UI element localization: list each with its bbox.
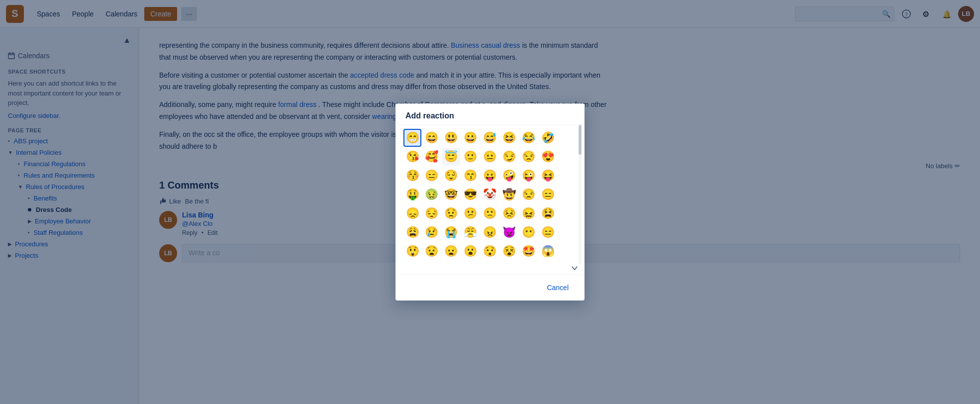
emoji-triumph[interactable]: 😤 <box>462 223 480 241</box>
emoji-smirk[interactable]: 😏 <box>500 148 518 166</box>
emoji-winking-tongue[interactable]: 😜 <box>519 167 537 185</box>
emoji-cowboy[interactable]: 🤠 <box>500 186 518 203</box>
emoji-imp[interactable]: 👿 <box>500 223 518 241</box>
emoji-disappointed[interactable]: 😞 <box>403 204 421 222</box>
emoji-grid-area: 😁 😄 😃 😀 😅 😆 😂 🤣 😘 🥰 😇 🙂 😐 😏 😒 😍 <box>395 125 585 264</box>
emoji-relieved[interactable]: 😌 <box>442 167 460 185</box>
emoji-neutral[interactable]: 😐 <box>481 148 499 166</box>
emoji-joy[interactable]: 😂 <box>519 129 537 147</box>
emoji-clown[interactable]: 🤡 <box>481 186 499 203</box>
emoji-kissing-smiling[interactable]: 😙 <box>462 167 480 185</box>
emoji-scream[interactable]: 😱 <box>539 242 557 260</box>
emoji-smiley[interactable]: 😃 <box>442 129 460 147</box>
emoji-confounded[interactable]: 😖 <box>519 204 537 222</box>
emoji-worried[interactable]: 😟 <box>442 204 460 222</box>
emoji-slight-smile[interactable]: 🙂 <box>462 148 480 166</box>
emoji-expressionless[interactable]: 😑 <box>423 167 441 185</box>
emoji-persevering[interactable]: 😣 <box>500 204 518 222</box>
emoji-slightly-frowning[interactable]: 🙁 <box>481 204 499 222</box>
emoji-heart-eyes[interactable]: 😍 <box>539 148 557 166</box>
emoji-smile[interactable]: 😀 <box>462 129 480 147</box>
emoji-laughing[interactable]: 😆 <box>500 129 518 147</box>
emoji-grinning[interactable]: 😄 <box>423 129 441 147</box>
emoji-rofl[interactable]: 🤣 <box>539 129 557 147</box>
emoji-unamused2[interactable]: 😒 <box>519 186 537 203</box>
chevron-down-icon <box>571 264 579 272</box>
scroll-down-indicator <box>395 264 585 274</box>
emoji-smiling-hearts[interactable]: 🥰 <box>423 148 441 166</box>
emoji-expressionless2[interactable]: 😑 <box>539 186 557 203</box>
emoji-nauseated[interactable]: 🤢 <box>423 186 441 203</box>
emoji-tired[interactable]: 😫 <box>539 204 557 222</box>
emoji-zany[interactable]: 🤪 <box>500 167 518 185</box>
modal-title: Add reaction <box>395 103 585 125</box>
emoji-stuck-out-tongue[interactable]: 😛 <box>481 167 499 185</box>
modal-overlay: Add reaction 😁 😄 😃 😀 😅 😆 😂 🤣 😘 🥰 😇 🙂 😐 <box>0 0 980 404</box>
scrollbar-thumb[interactable] <box>579 125 582 155</box>
emoji-open-mouth[interactable]: 😮 <box>462 242 480 260</box>
scrollbar-track[interactable] <box>579 125 582 264</box>
emoji-sunglasses[interactable]: 😎 <box>462 186 480 203</box>
emoji-angry[interactable]: 😠 <box>481 223 499 241</box>
emoji-astonished[interactable]: 😲 <box>403 242 421 260</box>
cancel-button[interactable]: Cancel <box>541 281 575 295</box>
emoji-grid: 😁 😄 😃 😀 😅 😆 😂 🤣 😘 🥰 😇 🙂 😐 😏 😒 😍 <box>403 129 577 260</box>
emoji-sob[interactable]: 😭 <box>442 223 460 241</box>
emoji-kissing-closed-eyes[interactable]: 😚 <box>403 167 421 185</box>
emoji-hushed[interactable]: 😯 <box>481 242 499 260</box>
emoji-confused[interactable]: 😕 <box>462 204 480 222</box>
emoji-dizzy[interactable]: 😵 <box>500 242 518 260</box>
emoji-kissing-heart[interactable]: 😘 <box>403 148 421 166</box>
emoji-expressionless3[interactable]: 😑 <box>539 223 557 241</box>
emoji-anguished[interactable]: 😧 <box>423 242 441 260</box>
emoji-cry[interactable]: 😢 <box>423 223 441 241</box>
emoji-grinning-big[interactable]: 😁 <box>403 129 421 147</box>
emoji-pensive[interactable]: 😔 <box>423 204 441 222</box>
emoji-money-mouth[interactable]: 🤑 <box>403 186 421 203</box>
emoji-unamused[interactable]: 😒 <box>519 148 537 166</box>
emoji-weary[interactable]: 😩 <box>403 223 421 241</box>
emoji-innocent[interactable]: 😇 <box>442 148 460 166</box>
emoji-star-struck[interactable]: 🤩 <box>519 242 537 260</box>
emoji-frowning[interactable]: 😦 <box>442 242 460 260</box>
emoji-nerd[interactable]: 🤓 <box>442 186 460 203</box>
modal-footer: Cancel <box>395 274 585 301</box>
emoji-no-mouth[interactable]: 😶 <box>519 223 537 241</box>
emoji-sweat-smile[interactable]: 😅 <box>481 129 499 147</box>
add-reaction-modal: Add reaction 😁 😄 😃 😀 😅 😆 😂 🤣 😘 🥰 😇 🙂 😐 <box>395 103 585 301</box>
emoji-squinting-tongue[interactable]: 😝 <box>539 167 557 185</box>
